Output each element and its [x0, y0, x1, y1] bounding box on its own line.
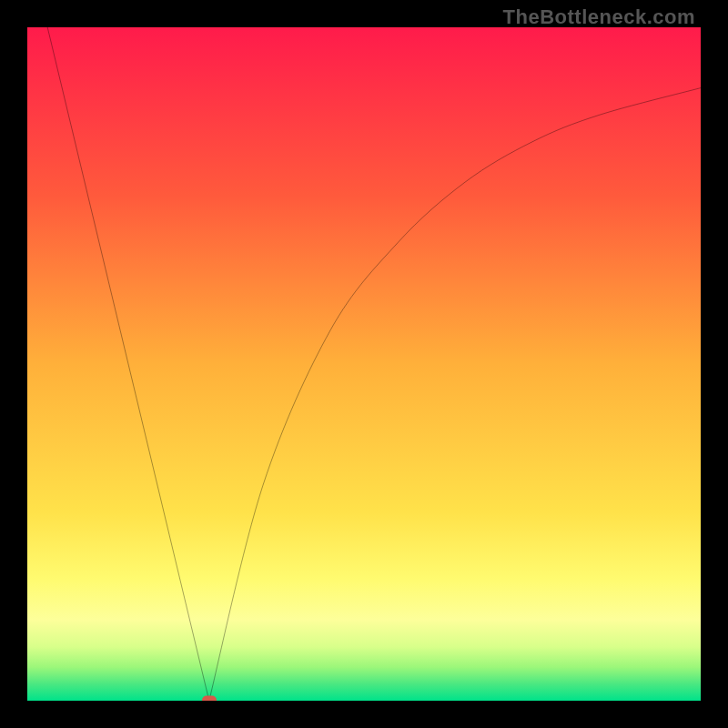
optimal-point-marker — [202, 696, 217, 702]
attribution-label: TheBottleneck.com — [503, 5, 695, 29]
plot-area — [27, 27, 701, 701]
bottleneck-curve — [27, 27, 701, 701]
chart-frame: TheBottleneck.com — [0, 0, 728, 728]
